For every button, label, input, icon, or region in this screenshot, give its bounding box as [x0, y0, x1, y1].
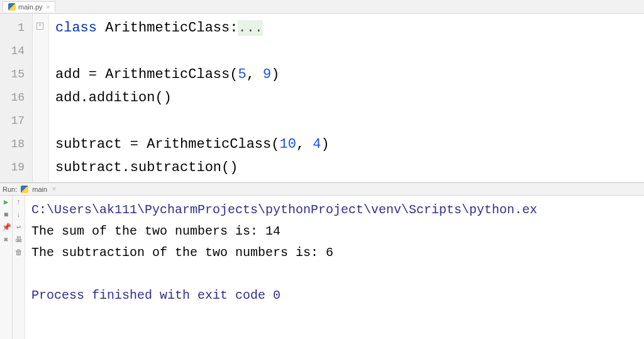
code-token: ) — [271, 67, 279, 82]
code-token: add.addition() — [55, 90, 172, 106]
number-literal: 10 — [279, 136, 296, 152]
stdout-line: The subtraction of the two numbers is: 6 — [31, 245, 333, 260]
pin-icon[interactable]: 📌 — [2, 223, 11, 232]
run-header: Run: main × — [0, 183, 644, 196]
up-arrow-icon[interactable]: ↑ — [14, 198, 23, 207]
run-toolbar-left: ▶ ■ 📌 ✖ — [0, 196, 13, 339]
code-token: add = ArithmeticClass( — [55, 67, 238, 82]
soft-wrap-icon[interactable]: ↩ — [14, 223, 23, 232]
run-toolbar-right: ↑ ↓ ↩ 🖶 🗑 — [13, 196, 25, 339]
exit-status: Process finished with exit code 0 — [31, 288, 280, 303]
code-token: ArithmeticClass: — [97, 20, 238, 36]
trash-icon[interactable]: 🗑 — [14, 248, 23, 257]
line-number: 19 — [0, 156, 32, 179]
stdout-line: The sum of the two numbers is: 14 — [31, 224, 280, 238]
number-literal: 4 — [313, 136, 321, 152]
stop-icon[interactable]: ■ — [2, 211, 11, 220]
run-panel: Run: main × ▶ ■ 📌 ✖ ↑ ↓ ↩ 🖶 🗑 C:\Users\a… — [0, 182, 644, 339]
close-panel-icon[interactable]: ✖ — [2, 236, 11, 245]
close-run-tab-icon[interactable]: × — [52, 186, 56, 192]
line-number: 17 — [0, 109, 32, 133]
folded-region[interactable]: ... — [238, 20, 263, 36]
editor-tabs: main.py × — [0, 0, 644, 14]
number-literal: 5 — [238, 67, 246, 82]
number-literal: 9 — [263, 67, 271, 82]
code-editor[interactable]: 1 14 15 16 17 18 19 + class ArithmeticCl… — [0, 14, 644, 182]
code-token: subtract.subtraction() — [55, 160, 238, 175]
code-token: subtract = ArithmeticClass( — [55, 136, 279, 152]
print-icon[interactable]: 🖶 — [14, 236, 23, 245]
run-config-name: main — [32, 186, 47, 193]
fold-margin: + — [33, 14, 49, 182]
code-token: ) — [321, 136, 329, 152]
keyword: class — [55, 20, 97, 36]
file-tab-main[interactable]: main.py × — [3, 1, 55, 12]
line-number: 16 — [0, 86, 32, 109]
line-number: 18 — [0, 133, 32, 156]
line-number: 1 — [0, 16, 32, 40]
code-token: , — [247, 67, 263, 82]
line-number: 14 — [0, 40, 32, 63]
console-output[interactable]: C:\Users\ak111\PycharmProjects\pythonPro… — [25, 196, 644, 339]
file-tab-label: main.py — [18, 3, 43, 11]
down-arrow-icon[interactable]: ↓ — [14, 211, 23, 220]
python-file-icon — [8, 3, 16, 11]
close-tab-icon[interactable]: × — [47, 4, 50, 11]
line-number: 15 — [0, 63, 32, 86]
run-body: ▶ ■ 📌 ✖ ↑ ↓ ↩ 🖶 🗑 C:\Users\ak111\Pycharm… — [0, 196, 644, 339]
interpreter-path: C:\Users\ak111\PycharmProjects\pythonPro… — [31, 203, 537, 217]
code-token: , — [296, 136, 313, 152]
fold-toggle-icon[interactable]: + — [36, 23, 43, 30]
rerun-icon[interactable]: ▶ — [2, 198, 11, 207]
code-text[interactable]: class ArithmeticClass:... add = Arithmet… — [49, 14, 644, 182]
line-gutter: 1 14 15 16 17 18 19 — [0, 14, 33, 182]
python-run-icon — [21, 186, 28, 193]
run-label: Run: — [3, 186, 17, 193]
